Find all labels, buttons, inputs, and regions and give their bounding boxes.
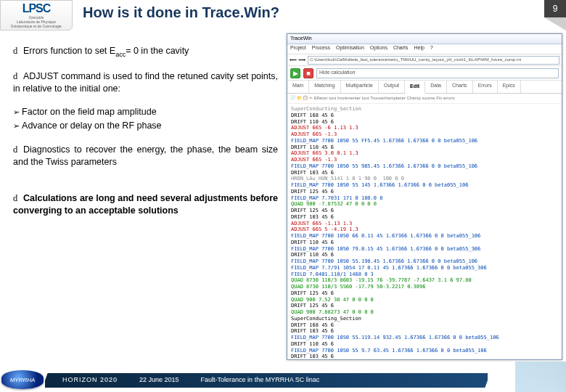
nav-arrows-icon[interactable]: ⟵ ⟶: [290, 57, 305, 63]
stop-icon[interactable]: ■: [303, 68, 313, 78]
page-number: 9: [544, 0, 566, 17]
tab-edit[interactable]: Edit: [405, 81, 425, 94]
path-field[interactable]: C:\Users\bob\CalMultiele_fast_tolerance\…: [308, 56, 559, 65]
calc-label[interactable]: Hide calculation: [316, 68, 559, 78]
window-titlebar[interactable]: TraceWin: [287, 34, 562, 44]
project-logo: MYRRHA: [1, 370, 44, 389]
tab-multiparticle[interactable]: Multiparticle: [341, 81, 379, 93]
slide-header: LPSC Grenoble Laboratoire de Physique Su…: [0, 0, 566, 30]
bullet-3: dDiagnostics to recover the energy, the …: [13, 144, 278, 168]
institution-logo: LPSC Grenoble Laboratoire de Physique Su…: [0, 0, 73, 30]
tab-epics[interactable]: Epics: [498, 81, 521, 93]
slide-title: How is it done in Trace.Win?: [73, 0, 566, 21]
bullet-2a: ➢ Factor on the field map amplitude: [13, 106, 278, 118]
menu-bar[interactable]: Project Process Optimisation Options Cha…: [287, 44, 562, 54]
address-bar: ⟵ ⟶ C:\Users\bob\CalMultiele_fast_tolera…: [287, 54, 562, 66]
logo-line2: Subatomique et de Cosmologie: [11, 24, 62, 28]
footer-caption: Fault-Tolerance in the MYRRHA SC linac: [201, 376, 320, 383]
program-name: HORIZON 2020: [62, 376, 118, 383]
slide-footer: MYRRHA HORIZON 2020 22 June 2015 Fault-T…: [0, 362, 566, 392]
screenshot-column: TraceWin Project Process Optimisation Op…: [287, 30, 566, 362]
bullet-2b: ➢ Advance or delay on the RF phase: [13, 120, 278, 132]
run-icon[interactable]: ▶: [290, 68, 300, 78]
tab-errors[interactable]: Errors: [473, 81, 498, 93]
text-column: dErrors function to set Eacc= 0 in the c…: [0, 30, 287, 362]
tracewin-window: TraceWin Project Process Optimisation Op…: [287, 33, 562, 360]
bullet-2: dADJUST command is used to find the retu…: [13, 70, 278, 95]
footer-bar: HORIZON 2020 22 June 2015 Fault-Toleranc…: [45, 373, 488, 388]
bullet-1: dErrors function to set Eacc= 0 in the c…: [13, 45, 278, 59]
logo-main: LPSC: [22, 2, 51, 15]
tab-matching[interactable]: Matching: [309, 81, 340, 93]
tab-output[interactable]: Output: [379, 81, 405, 93]
corner-graphic: [515, 362, 566, 392]
corner-decoration: [544, 17, 566, 30]
tab-bar: MainMatchingMultiparticleOutputEditDataC…: [287, 81, 562, 94]
toolbar: ▶ ■ Hide calculation: [287, 66, 562, 81]
edit-toolbar[interactable]: 📄 📁 📋 ✂ Effacer tout Incrémenter tout Tr…: [287, 94, 562, 104]
tab-data[interactable]: Data: [425, 81, 447, 93]
tab-main[interactable]: Main: [287, 81, 309, 93]
bullet-4: dCalculations are long and need several …: [13, 192, 278, 217]
tab-charts[interactable]: Charts: [447, 81, 473, 93]
footer-date: 22 June 2015: [139, 376, 179, 383]
code-editor[interactable]: SuperConducting_Section DRIFT 168 45 6 D…: [287, 104, 562, 359]
